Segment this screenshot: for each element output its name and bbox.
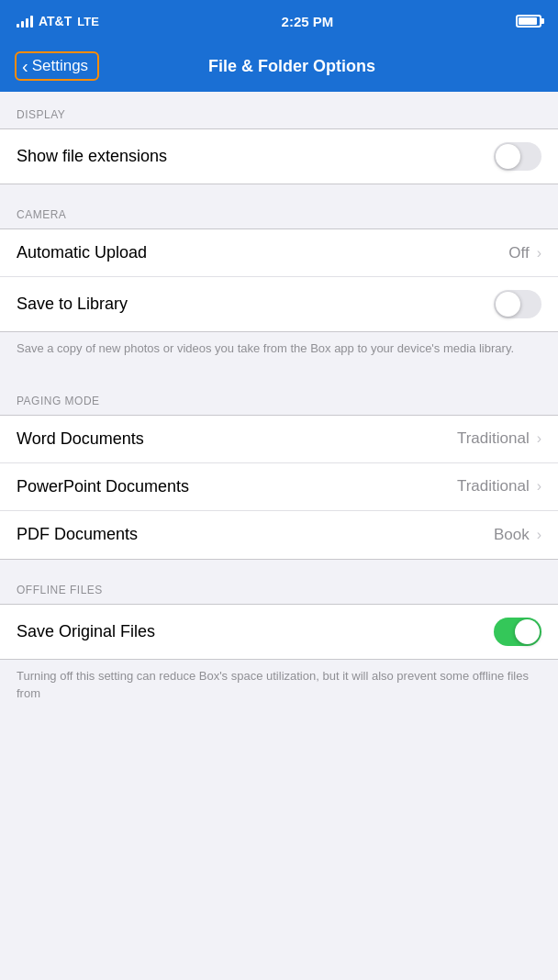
offline-description: Turning off this setting can reduce Box'…	[0, 660, 558, 716]
word-documents-row[interactable]: Word Documents Traditional ›	[0, 416, 558, 463]
camera-group: Automatic Upload Off › Save to Library	[0, 228, 558, 332]
automatic-upload-value: Off	[508, 244, 529, 262]
paging-group: Word Documents Traditional › PowerPoint …	[0, 415, 558, 560]
powerpoint-documents-value: Traditional	[457, 477, 530, 496]
spacer-2	[0, 371, 558, 378]
powerpoint-chevron-icon: ›	[537, 478, 541, 495]
powerpoint-documents-right: Traditional ›	[457, 477, 541, 496]
time-label: 2:25 PM	[282, 14, 334, 29]
pdf-documents-row[interactable]: PDF Documents Book ›	[0, 511, 558, 559]
toggle-knob-3	[515, 619, 540, 644]
section-header-display: DISPLAY	[0, 92, 558, 128]
back-label: Settings	[32, 57, 88, 75]
automatic-upload-right: Off ›	[508, 244, 541, 262]
show-file-extensions-toggle[interactable]	[494, 142, 541, 171]
automatic-upload-row[interactable]: Automatic Upload Off ›	[0, 229, 558, 277]
status-right	[516, 15, 541, 28]
battery-icon	[516, 15, 541, 28]
save-original-files-toggle[interactable]	[494, 618, 541, 646]
camera-description: Save a copy of new photos or videos you …	[0, 332, 558, 371]
signal-icon	[17, 15, 33, 28]
carrier-label: AT&T	[39, 14, 72, 28]
pdf-chevron-icon: ›	[537, 527, 541, 543]
show-file-extensions-label: Show file extensions	[17, 147, 167, 166]
save-to-library-label: Save to Library	[17, 295, 128, 314]
section-header-camera: CAMERA	[0, 192, 558, 228]
save-original-files-label: Save Original Files	[17, 622, 155, 641]
word-documents-right: Traditional ›	[457, 429, 541, 448]
save-to-library-row: Save to Library	[0, 277, 558, 331]
powerpoint-documents-row[interactable]: PowerPoint Documents Traditional ›	[0, 463, 558, 511]
powerpoint-documents-label: PowerPoint Documents	[17, 477, 189, 496]
automatic-upload-chevron-icon: ›	[537, 245, 541, 262]
pdf-documents-right: Book ›	[494, 526, 541, 544]
toggle-knob	[496, 144, 520, 169]
save-to-library-toggle[interactable]	[494, 290, 541, 318]
show-file-extensions-row: Show file extensions	[0, 129, 558, 184]
back-chevron-icon: ‹	[22, 57, 28, 75]
word-documents-label: Word Documents	[17, 429, 144, 449]
page-title: File & Folder Options	[114, 57, 470, 76]
content: DISPLAY Show file extensions CAMERA Auto…	[0, 92, 558, 716]
back-button[interactable]: ‹ Settings	[15, 51, 99, 81]
offline-group: Save Original Files	[0, 604, 558, 660]
automatic-upload-label: Automatic Upload	[17, 243, 147, 262]
word-chevron-icon: ›	[537, 430, 541, 447]
spacer-1	[0, 184, 558, 192]
status-left: AT&T LTE	[17, 14, 99, 28]
display-group: Show file extensions	[0, 128, 558, 184]
section-header-paging: PAGING MODE	[0, 378, 558, 415]
nav-bar: ‹ Settings File & Folder Options	[0, 40, 558, 92]
toggle-knob-2	[496, 292, 520, 317]
section-header-offline: OFFLINE FILES	[0, 567, 558, 604]
network-label: LTE	[77, 15, 99, 28]
spacer-3	[0, 560, 558, 567]
pdf-documents-label: PDF Documents	[17, 525, 138, 544]
word-documents-value: Traditional	[457, 429, 530, 448]
status-bar: AT&T LTE 2:25 PM	[0, 0, 558, 40]
pdf-documents-value: Book	[494, 526, 530, 544]
save-original-files-row: Save Original Files	[0, 605, 558, 659]
